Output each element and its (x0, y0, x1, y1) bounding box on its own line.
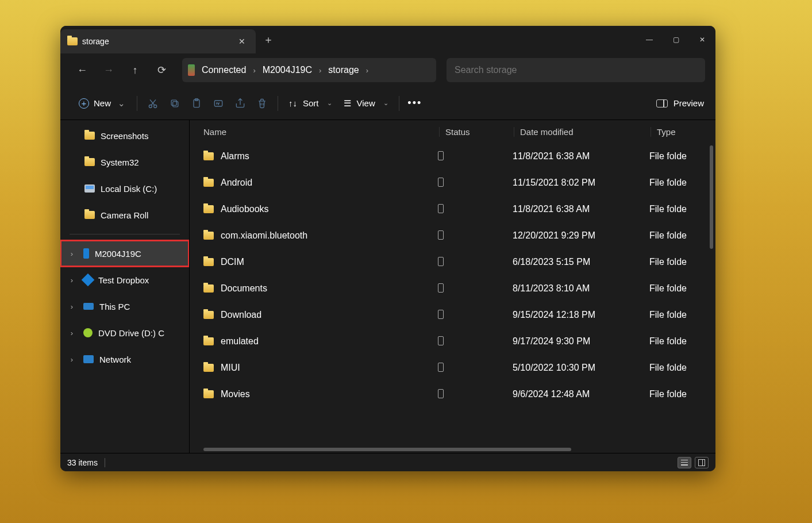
sidebar-item[interactable]: ›Test Dropbox (60, 267, 189, 293)
column-status[interactable]: Status (439, 127, 514, 137)
file-type: File folde (644, 310, 715, 320)
sidebar: ScreenshotsSystem32Local Disk (C:)Camera… (60, 120, 190, 453)
folder-icon (84, 132, 95, 140)
tab-storage[interactable]: storage ✕ (60, 29, 256, 53)
phone-status-icon (438, 363, 444, 372)
view-button[interactable]: ☰ View ⌄ (338, 95, 394, 112)
sidebar-item-label: This PC (99, 302, 130, 312)
horizontal-scrollbar[interactable] (190, 446, 715, 453)
file-row[interactable]: DCIM6/18/2023 5:15 PMFile folde (190, 249, 715, 275)
navbar: ← → ↑ ⟳ Connected › M2004J19C › storage … (60, 53, 715, 87)
folder-icon (203, 232, 214, 240)
breadcrumb-storage[interactable]: storage (325, 65, 362, 75)
file-type: File folde (644, 230, 715, 241)
status-bar: 33 items (60, 453, 715, 471)
column-headers: Name Status Date modified Type (190, 120, 715, 143)
search-input[interactable] (455, 65, 697, 75)
separator (105, 458, 105, 467)
share-button[interactable] (229, 93, 251, 114)
copy-button[interactable] (164, 93, 186, 114)
file-row[interactable]: Audiobooks11/8/2021 6:38 AMFile folde (190, 196, 715, 222)
folder-icon (67, 37, 78, 45)
file-date: 9/6/2024 12:48 AM (507, 389, 644, 399)
svg-point-0 (149, 105, 152, 107)
close-window-button[interactable]: ✕ (689, 26, 715, 53)
maximize-button[interactable]: ▢ (663, 26, 689, 53)
sort-button[interactable]: ↑↓ Sort ⌄ (283, 95, 338, 111)
large-icons-view-button[interactable] (695, 457, 709, 468)
sidebar-item[interactable]: Camera Roll (60, 202, 189, 228)
network-icon (83, 355, 94, 363)
file-list: Name Status Date modified Type Alarms11/… (190, 120, 715, 453)
folder-icon (84, 158, 95, 166)
file-type: File folde (644, 204, 715, 214)
chevron-right-icon[interactable]: › (66, 355, 78, 364)
file-row[interactable]: com.xiaomi.bluetooth12/20/2021 9:29 PMFi… (190, 222, 715, 249)
address-bar[interactable]: Connected › M2004J19C › storage › (182, 58, 436, 82)
file-row[interactable]: Alarms11/8/2021 6:38 AMFile folde (190, 143, 715, 170)
minimize-button[interactable]: — (636, 26, 663, 53)
column-date[interactable]: Date modified (514, 127, 651, 137)
column-name[interactable]: Name (203, 127, 439, 137)
chevron-right-icon: › (253, 66, 255, 75)
up-button[interactable]: ↑ (124, 59, 147, 82)
scrollbar-thumb[interactable] (203, 448, 571, 451)
file-date: 12/20/2021 9:29 PM (507, 230, 644, 241)
breadcrumb-connected[interactable]: Connected (198, 65, 249, 75)
breadcrumb-device[interactable]: M2004J19C (259, 65, 315, 75)
file-row[interactable]: Android11/15/2021 8:02 PMFile folde (190, 170, 715, 196)
file-type: File folde (644, 389, 715, 399)
disk-icon (84, 184, 95, 193)
chevron-right-icon[interactable]: › (66, 249, 78, 258)
cut-button[interactable] (142, 93, 164, 114)
sidebar-item[interactable]: Screenshots (60, 122, 189, 149)
paste-button[interactable] (186, 93, 207, 114)
chevron-right-icon[interactable]: › (66, 329, 78, 337)
refresh-button[interactable]: ⟳ (150, 59, 173, 82)
chevron-right-icon: › (366, 66, 368, 75)
column-type[interactable]: Type (651, 127, 715, 137)
phone-status-icon (438, 310, 444, 319)
sidebar-item[interactable]: ›This PC (60, 293, 189, 320)
chevron-right-icon[interactable]: › (66, 276, 78, 284)
folder-icon (203, 364, 214, 372)
file-date: 11/8/2021 6:38 AM (507, 151, 644, 161)
back-button[interactable]: ← (71, 59, 94, 82)
sidebar-item[interactable]: ›Network (60, 346, 189, 372)
details-view-button[interactable] (678, 457, 691, 468)
file-row[interactable]: Movies9/6/2024 12:48 AMFile folde (190, 381, 715, 407)
file-row[interactable]: MIUI5/10/2022 10:30 PMFile folde (190, 355, 715, 381)
more-button[interactable]: ••• (404, 97, 426, 109)
chevron-down-icon: ⌄ (327, 99, 332, 107)
svg-point-1 (154, 105, 157, 107)
sort-icon: ↑↓ (288, 98, 297, 108)
preview-label: Preview (674, 98, 704, 108)
new-tab-button[interactable]: ＋ (256, 26, 281, 53)
folder-icon (203, 390, 214, 398)
forward-button[interactable]: → (97, 59, 120, 82)
file-type: File folde (644, 151, 715, 161)
new-button[interactable]: + New ⌄ (72, 95, 132, 112)
file-row[interactable]: Documents8/11/2023 8:10 AMFile folde (190, 275, 715, 302)
file-row[interactable]: emulated9/17/2024 9:30 PMFile folde (190, 328, 715, 355)
file-name: Movies (221, 389, 250, 399)
rename-button[interactable] (207, 93, 229, 114)
chevron-right-icon[interactable]: › (66, 302, 78, 311)
phone-status-icon (438, 389, 444, 398)
sidebar-item[interactable]: ›M2004J19C (60, 240, 189, 267)
view-icon: ☰ (344, 98, 351, 109)
sidebar-item-label: DVD Drive (D:) C (98, 328, 164, 338)
view-toggle (678, 457, 709, 468)
search-box[interactable] (447, 58, 705, 82)
file-row[interactable]: Download9/15/2024 12:18 PMFile folde (190, 302, 715, 328)
file-name: Android (221, 178, 252, 188)
preview-toggle[interactable]: Preview (656, 98, 704, 108)
delete-button[interactable] (251, 93, 273, 114)
vertical-scrollbar[interactable] (710, 145, 713, 249)
phone-status-icon (438, 336, 444, 345)
close-tab-button[interactable]: ✕ (235, 37, 249, 46)
sidebar-item[interactable]: Local Disk (C:) (60, 175, 189, 202)
sidebar-item[interactable]: System32 (60, 149, 189, 175)
file-name: MIUI (221, 363, 240, 373)
sidebar-item[interactable]: ›DVD Drive (D:) C (60, 320, 189, 346)
